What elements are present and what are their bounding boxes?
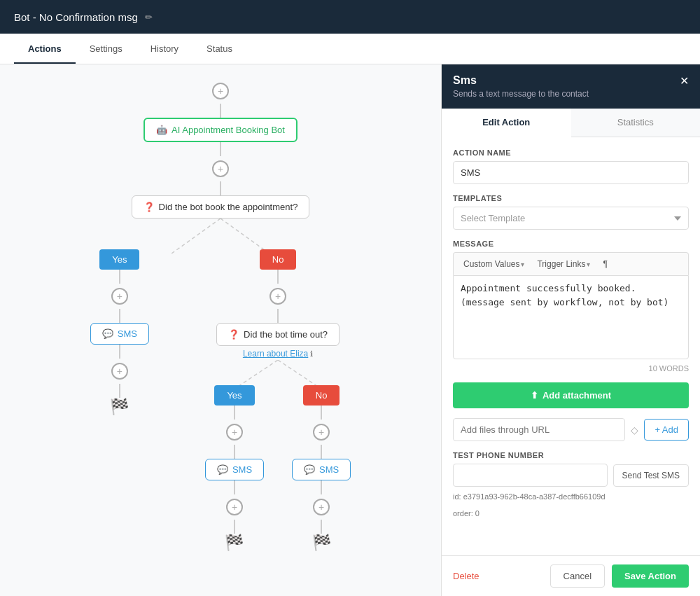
action-name-input[interactable] <box>453 161 689 184</box>
svg-line-2 <box>236 360 278 388</box>
branch-2-row: Yes + 💬 SMS + <box>205 385 351 552</box>
url-row: ◇ + Add <box>453 418 689 441</box>
question-icon: ❓ <box>144 202 155 212</box>
main-content: + 🤖 AI Appointment Booking Bot + ❓ Did t… <box>0 64 700 596</box>
add-button-no2[interactable]: + <box>313 424 330 441</box>
cancel-button[interactable]: Cancel <box>550 564 605 588</box>
tab-actions[interactable]: Actions <box>14 34 76 64</box>
connector <box>277 309 279 323</box>
add-button-no[interactable]: + <box>270 288 286 305</box>
connector <box>321 406 322 420</box>
add-button-top[interactable]: + <box>212 83 229 99</box>
trigger-links-button[interactable]: Trigger Links ▾ <box>533 257 594 271</box>
tab-history[interactable]: History <box>136 34 192 64</box>
panel-tabs: Edit Action Statistics <box>442 109 700 137</box>
branch-1-row: Yes + 💬 SMS + 🏁 <box>90 249 351 552</box>
no-button[interactable]: No <box>260 249 297 270</box>
templates-select[interactable]: Select Template <box>453 207 689 230</box>
branch-svg-1 <box>122 219 318 254</box>
connector <box>234 445 235 459</box>
yes-branch: Yes + 💬 SMS + 🏁 <box>90 249 149 552</box>
panel-footer: Delete Cancel Save Action <box>442 555 700 596</box>
chevron-down-icon: ▾ <box>521 261 524 268</box>
panel-header: Sms Sends a text message to the contact … <box>442 64 700 109</box>
end-flag-no2: 🏁 <box>312 534 331 552</box>
svg-line-3 <box>278 360 320 388</box>
bot-icon: 🤖 <box>156 125 167 135</box>
question-2-label: Did the bot time out? <box>244 329 328 340</box>
add-button-yes[interactable]: + <box>111 288 128 305</box>
no-2-branch: No + 💬 SMS + <box>292 385 351 552</box>
end-flag-yes2: 🏁 <box>225 534 244 552</box>
paragraph-icon: ¶ <box>603 259 607 269</box>
panel-subtitle: Sends a text message to the contact <box>453 89 589 99</box>
add-button-yes2-2[interactable]: + <box>226 499 243 515</box>
right-panel: Sms Sends a text message to the contact … <box>441 64 700 596</box>
close-button[interactable]: ✕ <box>680 74 689 88</box>
learn-link-row: Learn about Eliza ℹ <box>243 349 313 359</box>
message-textarea[interactable] <box>453 275 689 359</box>
paragraph-button[interactable]: ¶ <box>598 257 611 271</box>
sms-node-yes2[interactable]: 💬 SMS <box>205 459 264 480</box>
templates-label: TEMPLATES <box>453 194 689 202</box>
tab-status[interactable]: Status <box>192 34 246 64</box>
connector <box>220 181 221 195</box>
message-toolbar: Custom Values ▾ Trigger Links ▾ ¶ <box>453 252 689 275</box>
edit-icon[interactable]: ✏ <box>145 12 153 22</box>
url-input[interactable] <box>453 418 625 441</box>
tab-settings[interactable]: Settings <box>76 34 136 64</box>
connector <box>119 384 120 398</box>
sms-icon-2: 💬 <box>217 464 228 475</box>
trigger-links-label: Trigger Links <box>537 259 585 269</box>
add-button-no2-2[interactable]: + <box>313 499 330 515</box>
connector <box>119 270 120 284</box>
connector <box>234 520 235 534</box>
chevron-down-icon-2: ▾ <box>587 261 590 268</box>
delete-button[interactable]: Delete <box>453 571 479 581</box>
no-branch: No + ❓ Did the bot time out? Learn about… <box>205 249 351 552</box>
url-add-button[interactable]: + Add <box>644 419 689 441</box>
tab-edit-action[interactable]: Edit Action <box>442 109 571 137</box>
yes-button[interactable]: Yes <box>99 249 139 270</box>
info-icon: ℹ <box>310 349 313 359</box>
yes-2-button[interactable]: Yes <box>214 385 254 406</box>
sms-label-no2: SMS <box>319 464 339 475</box>
sms-node-yes[interactable]: 💬 SMS <box>90 323 149 345</box>
save-button[interactable]: Save Action <box>612 564 689 588</box>
test-phone-input[interactable] <box>453 464 608 487</box>
tab-statistics[interactable]: Statistics <box>571 109 701 137</box>
sms-node-no2[interactable]: 💬 SMS <box>292 459 351 480</box>
meta-order: order: 0 <box>453 508 689 520</box>
learn-link[interactable]: Learn about Eliza <box>243 349 308 359</box>
no-2-button[interactable]: No <box>303 385 340 406</box>
message-group: MESSAGE Custom Values ▾ Trigger Links ▾ … <box>453 240 689 373</box>
sms-icon-3: 💬 <box>304 464 315 475</box>
attachment-label: Add attachment <box>542 390 611 401</box>
meta-id: id: e3791a93-962b-48ca-a387-decffb66109d <box>453 491 689 504</box>
word-count: 10 WORDS <box>453 364 689 373</box>
bot-node[interactable]: 🤖 AI Appointment Booking Bot <box>144 118 298 142</box>
send-test-button[interactable]: Send Test SMS <box>613 464 690 487</box>
svg-line-0 <box>172 219 220 254</box>
test-phone-label: TEST PHONE NUMBER <box>453 451 689 459</box>
add-attachment-button[interactable]: ⬆ Add attachment <box>453 382 689 408</box>
tabs-bar: Actions Settings History Status <box>0 34 700 64</box>
message-label: MESSAGE <box>453 240 689 248</box>
sms-label-yes: SMS <box>118 328 137 339</box>
custom-values-button[interactable]: Custom Values ▾ <box>459 257 528 271</box>
sms-icon: 💬 <box>102 328 113 339</box>
connector <box>321 480 322 494</box>
flow-canvas[interactable]: + 🤖 AI Appointment Booking Bot + ❓ Did t… <box>0 64 441 596</box>
custom-values-label: Custom Values <box>463 259 519 269</box>
add-button-yes-2[interactable]: + <box>111 363 128 380</box>
connector <box>321 445 322 459</box>
add-button-yes2[interactable]: + <box>226 424 243 441</box>
action-name-label: ACTION NAME <box>453 148 689 157</box>
flow-container: + 🤖 AI Appointment Booking Bot + ❓ Did t… <box>14 78 427 596</box>
connector <box>234 480 235 494</box>
add-button-2[interactable]: + <box>212 160 229 177</box>
panel-title: Sms <box>453 74 589 87</box>
footer-buttons: Cancel Save Action <box>550 564 689 588</box>
app-header: Bot - No Confirmation msg ✏ <box>0 0 700 34</box>
connector <box>321 520 322 534</box>
